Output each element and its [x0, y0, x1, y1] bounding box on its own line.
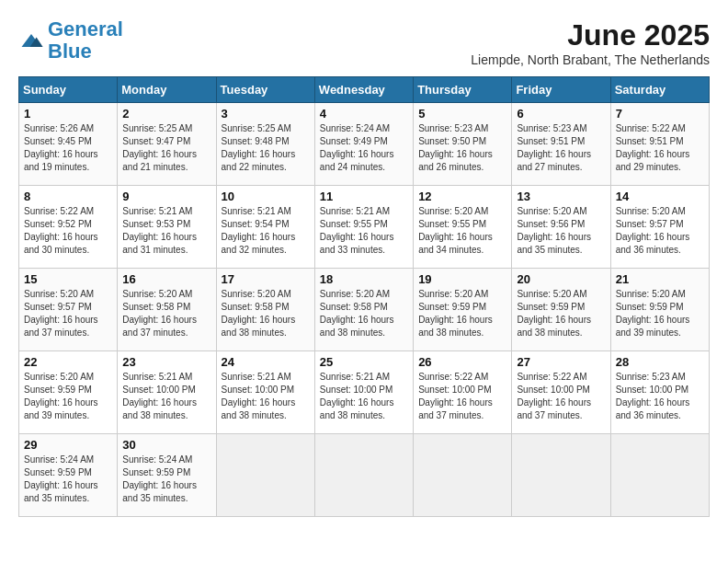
day-cell: 23Sunrise: 5:21 AM Sunset: 10:00 PM Dayl…: [118, 351, 216, 434]
day-number: 16: [122, 272, 210, 286]
day-number: 14: [616, 190, 704, 203]
day-cell: 15Sunrise: 5:20 AM Sunset: 9:57 PM Dayli…: [19, 269, 118, 351]
day-info: Sunrise: 5:20 AM Sunset: 9:59 PM Dayligh…: [24, 371, 112, 422]
day-number: 5: [418, 107, 506, 121]
day-cell: 18Sunrise: 5:20 AM Sunset: 9:58 PM Dayli…: [314, 269, 413, 351]
day-number: 21: [616, 272, 704, 286]
day-number: 24: [222, 355, 310, 369]
day-number: 18: [320, 272, 408, 286]
day-cell: 19Sunrise: 5:20 AM Sunset: 9:59 PM Dayli…: [414, 269, 512, 351]
day-number: 12: [418, 190, 506, 203]
day-number: 15: [24, 272, 112, 286]
day-number: 23: [122, 355, 210, 369]
day-info: Sunrise: 5:23 AM Sunset: 10:00 PM Daylig…: [616, 371, 704, 422]
day-cell: 11Sunrise: 5:21 AM Sunset: 9:55 PM Dayli…: [314, 186, 413, 269]
week-row-2: 8Sunrise: 5:22 AM Sunset: 9:52 PM Daylig…: [19, 186, 710, 269]
day-cell: 9Sunrise: 5:21 AM Sunset: 9:53 PM Daylig…: [118, 186, 216, 269]
day-number: 11: [320, 190, 408, 203]
col-header-thursday: Thursday: [414, 77, 512, 103]
day-number: 2: [122, 107, 210, 121]
col-header-sunday: Sunday: [19, 77, 118, 103]
day-number: 27: [517, 355, 605, 369]
day-info: Sunrise: 5:21 AM Sunset: 9:53 PM Dayligh…: [122, 205, 210, 257]
day-cell: 30Sunrise: 5:24 AM Sunset: 9:59 PM Dayli…: [118, 434, 216, 517]
day-number: 6: [517, 107, 605, 121]
day-cell: 22Sunrise: 5:20 AM Sunset: 9:59 PM Dayli…: [19, 351, 118, 434]
day-info: Sunrise: 5:21 AM Sunset: 9:55 PM Dayligh…: [320, 205, 408, 257]
day-info: Sunrise: 5:22 AM Sunset: 10:00 PM Daylig…: [418, 371, 506, 422]
day-cell: 17Sunrise: 5:20 AM Sunset: 9:58 PM Dayli…: [216, 269, 314, 351]
day-number: 10: [222, 190, 310, 203]
week-row-4: 22Sunrise: 5:20 AM Sunset: 9:59 PM Dayli…: [19, 351, 710, 434]
day-info: Sunrise: 5:24 AM Sunset: 9:49 PM Dayligh…: [320, 122, 408, 174]
day-info: Sunrise: 5:22 AM Sunset: 9:52 PM Dayligh…: [24, 205, 112, 257]
day-info: Sunrise: 5:21 AM Sunset: 9:54 PM Dayligh…: [222, 205, 310, 257]
day-info: Sunrise: 5:20 AM Sunset: 9:59 PM Dayligh…: [517, 288, 605, 339]
day-info: Sunrise: 5:21 AM Sunset: 10:00 PM Daylig…: [320, 371, 408, 422]
week-row-1: 1Sunrise: 5:26 AM Sunset: 9:45 PM Daylig…: [19, 103, 710, 186]
location: Liempde, North Brabant, The Netherlands: [471, 52, 710, 67]
day-cell: 26Sunrise: 5:22 AM Sunset: 10:00 PM Dayl…: [414, 351, 512, 434]
day-cell: 29Sunrise: 5:24 AM Sunset: 9:59 PM Dayli…: [19, 434, 118, 517]
calendar-header: SundayMondayTuesdayWednesdayThursdayFrid…: [19, 77, 710, 103]
day-info: Sunrise: 5:20 AM Sunset: 9:56 PM Dayligh…: [517, 205, 605, 257]
day-info: Sunrise: 5:20 AM Sunset: 9:58 PM Dayligh…: [222, 288, 310, 339]
day-cell: 14Sunrise: 5:20 AM Sunset: 9:57 PM Dayli…: [610, 186, 709, 269]
day-number: 1: [24, 107, 112, 121]
day-cell: 4Sunrise: 5:24 AM Sunset: 9:49 PM Daylig…: [314, 103, 413, 186]
day-info: Sunrise: 5:22 AM Sunset: 9:51 PM Dayligh…: [616, 122, 704, 174]
page-header: General Blue June 2025 Liempde, North Br…: [18, 18, 710, 67]
day-number: 28: [616, 355, 704, 369]
day-number: 8: [24, 190, 112, 203]
day-number: 13: [517, 190, 605, 203]
day-cell: 13Sunrise: 5:20 AM Sunset: 9:56 PM Dayli…: [512, 186, 610, 269]
day-number: 9: [122, 190, 210, 203]
day-cell: 21Sunrise: 5:20 AM Sunset: 9:59 PM Dayli…: [610, 269, 709, 351]
day-number: 25: [320, 355, 408, 369]
day-info: Sunrise: 5:25 AM Sunset: 9:48 PM Dayligh…: [222, 122, 310, 174]
col-header-wednesday: Wednesday: [314, 77, 413, 103]
day-cell: 12Sunrise: 5:20 AM Sunset: 9:55 PM Dayli…: [414, 186, 512, 269]
day-number: 4: [320, 107, 408, 121]
calendar-body: 1Sunrise: 5:26 AM Sunset: 9:45 PM Daylig…: [19, 103, 710, 517]
day-cell: [610, 434, 709, 517]
day-info: Sunrise: 5:20 AM Sunset: 9:59 PM Dayligh…: [616, 288, 704, 339]
logo-text: General Blue: [48, 18, 123, 63]
day-info: Sunrise: 5:21 AM Sunset: 10:00 PM Daylig…: [122, 371, 210, 422]
day-info: Sunrise: 5:24 AM Sunset: 9:59 PM Dayligh…: [24, 454, 112, 505]
day-info: Sunrise: 5:20 AM Sunset: 9:57 PM Dayligh…: [616, 205, 704, 257]
day-info: Sunrise: 5:20 AM Sunset: 9:55 PM Dayligh…: [418, 205, 506, 257]
day-info: Sunrise: 5:26 AM Sunset: 9:45 PM Dayligh…: [24, 122, 112, 174]
week-row-3: 15Sunrise: 5:20 AM Sunset: 9:57 PM Dayli…: [19, 269, 710, 351]
day-number: 7: [616, 107, 704, 121]
day-number: 20: [517, 272, 605, 286]
day-cell: 6Sunrise: 5:23 AM Sunset: 9:51 PM Daylig…: [512, 103, 610, 186]
day-info: Sunrise: 5:20 AM Sunset: 9:58 PM Dayligh…: [122, 288, 210, 339]
day-info: Sunrise: 5:21 AM Sunset: 10:00 PM Daylig…: [222, 371, 310, 422]
day-cell: [512, 434, 610, 517]
day-cell: 24Sunrise: 5:21 AM Sunset: 10:00 PM Dayl…: [216, 351, 314, 434]
day-info: Sunrise: 5:24 AM Sunset: 9:59 PM Dayligh…: [122, 454, 210, 505]
day-cell: 10Sunrise: 5:21 AM Sunset: 9:54 PM Dayli…: [216, 186, 314, 269]
logo-line1: General: [48, 17, 123, 40]
day-number: 17: [222, 272, 310, 286]
day-cell: 5Sunrise: 5:23 AM Sunset: 9:50 PM Daylig…: [414, 103, 512, 186]
col-header-saturday: Saturday: [610, 77, 709, 103]
day-cell: 16Sunrise: 5:20 AM Sunset: 9:58 PM Dayli…: [118, 269, 216, 351]
day-cell: 8Sunrise: 5:22 AM Sunset: 9:52 PM Daylig…: [19, 186, 118, 269]
day-info: Sunrise: 5:20 AM Sunset: 9:59 PM Dayligh…: [418, 288, 506, 339]
logo-line2: Blue: [48, 40, 92, 63]
logo: General Blue: [18, 18, 123, 63]
day-cell: 7Sunrise: 5:22 AM Sunset: 9:51 PM Daylig…: [610, 103, 709, 186]
day-number: 22: [24, 355, 112, 369]
day-number: 26: [418, 355, 506, 369]
day-number: 29: [24, 438, 112, 452]
day-number: 30: [122, 438, 210, 452]
day-number: 19: [418, 272, 506, 286]
day-cell: 25Sunrise: 5:21 AM Sunset: 10:00 PM Dayl…: [314, 351, 413, 434]
week-row-5: 29Sunrise: 5:24 AM Sunset: 9:59 PM Dayli…: [19, 434, 710, 517]
day-cell: 3Sunrise: 5:25 AM Sunset: 9:48 PM Daylig…: [216, 103, 314, 186]
day-info: Sunrise: 5:20 AM Sunset: 9:58 PM Dayligh…: [320, 288, 408, 339]
month-title: June 2025: [471, 18, 710, 52]
day-info: Sunrise: 5:23 AM Sunset: 9:51 PM Dayligh…: [517, 122, 605, 174]
